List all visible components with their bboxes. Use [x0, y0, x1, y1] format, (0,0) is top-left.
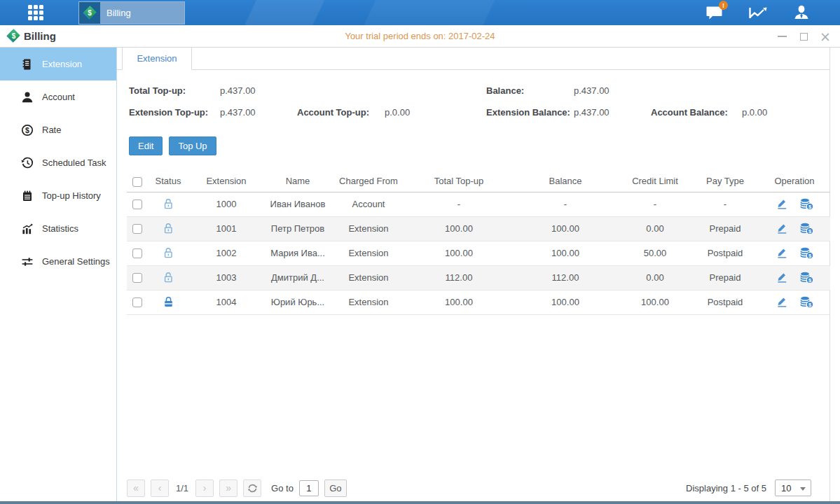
total-topup-value: p.437.00 [220, 85, 256, 96]
column-header-credit-limit: Credit Limit [619, 171, 691, 192]
pay-type-cell: Postpaid [691, 290, 759, 314]
row-checkbox[interactable] [132, 273, 142, 283]
column-header-extension: Extension [188, 171, 264, 192]
extension-topup-label: Extension Top-up: [129, 107, 208, 118]
column-header-status: Status [148, 171, 188, 192]
balance-cell: 100.00 [512, 216, 619, 241]
window-bottom-edge [0, 501, 840, 504]
sidebar-item-rate[interactable]: $ Rate [0, 113, 116, 146]
pay-type-cell: - [691, 192, 759, 216]
column-header-name: Name [264, 171, 331, 192]
topbar: $ Billing ! [0, 0, 840, 25]
edit-row-icon[interactable] [776, 198, 788, 210]
refresh-icon[interactable] [243, 479, 261, 497]
sidebar-item-statistics[interactable]: Statistics [0, 212, 116, 245]
billing-app-window: $ Billing ! $ Billing Your trial period … [0, 0, 840, 504]
credit-limit-cell: - [619, 192, 691, 216]
next-page-button[interactable]: › [195, 479, 214, 497]
action-buttons: Edit Top Up [129, 136, 829, 155]
topup-row-icon[interactable]: $ [799, 246, 814, 260]
extension-balance-value: p.437.00 [574, 107, 610, 118]
notifications-icon[interactable]: ! [704, 2, 725, 23]
app-launcher-icon[interactable] [28, 5, 45, 20]
notification-badge: ! [719, 1, 728, 10]
clock-history-icon [21, 157, 34, 169]
charged-from-cell: Extension [331, 216, 406, 241]
sidebar-item-general-settings[interactable]: General Settings [0, 245, 116, 278]
person-icon [21, 91, 34, 104]
sidebar-item-extension[interactable]: Extension [0, 48, 116, 80]
edit-row-icon[interactable] [776, 247, 788, 259]
account-balance-value: p.0.00 [742, 107, 767, 118]
right-gutter [830, 48, 840, 501]
first-page-button[interactable]: « [127, 479, 145, 497]
table-row: 1004Юрий Юрь...Extension100.00100.00100.… [127, 290, 830, 314]
page-indicator: 1/1 [176, 483, 188, 493]
sidebar-item-label: Statistics [42, 223, 78, 234]
previous-page-button[interactable]: ‹ [151, 479, 169, 497]
extension-table: Status Extension Name Charged From Total… [127, 171, 830, 315]
page-title: Billing [24, 30, 56, 42]
unlock-icon [148, 265, 188, 290]
pagination-bar: « ‹ 1/1 › » Go to Go Displaying 1 - 5 of… [127, 479, 829, 497]
name-cell: Юрий Юрь... [264, 290, 331, 314]
ledger-icon [21, 58, 34, 71]
edit-row-icon[interactable] [776, 223, 788, 234]
billing-title-icon: $ [8, 31, 19, 41]
billing-app-icon: $ [79, 2, 100, 24]
window-controls: × [777, 25, 830, 48]
name-cell: Иван Иванов [264, 192, 331, 216]
sidebar-item-label: Rate [42, 125, 61, 135]
charged-from-cell: Extension [331, 290, 406, 314]
tab-extension[interactable]: Extension [122, 48, 192, 70]
sidebar-item-topup-history[interactable]: Top-up History [0, 179, 116, 212]
close-icon[interactable]: × [820, 31, 830, 41]
sidebar-item-label: Extension [42, 59, 82, 69]
sidebar-item-account[interactable]: Account [0, 80, 116, 113]
charged-from-cell: Account [331, 192, 406, 216]
credit-limit-cell: 0.00 [619, 216, 691, 241]
edit-row-icon[interactable] [776, 272, 788, 284]
sidebar-item-label: General Settings [42, 256, 110, 267]
extension-topup-value: p.437.00 [220, 107, 256, 118]
balance-cell: 100.00 [512, 241, 619, 265]
page-size-select[interactable]: 10 [775, 479, 811, 496]
goto-label: Go to [271, 483, 294, 493]
topup-row-icon[interactable]: $ [799, 222, 814, 235]
top-up-button[interactable]: Top Up [169, 136, 216, 155]
topup-row-icon[interactable]: $ [799, 271, 814, 284]
sidebar-item-label: Account [42, 92, 75, 102]
trial-notice: Your trial period ends on: 2017-02-24 [0, 31, 840, 41]
taskbar-tab-billing[interactable]: $ Billing [78, 1, 185, 24]
pay-type-cell: Prepaid [691, 216, 759, 241]
credit-limit-cell: 100.00 [619, 290, 691, 314]
statistics-chart-icon[interactable] [748, 2, 769, 23]
column-header-charged-from: Charged From [331, 171, 406, 192]
topup-row-icon[interactable]: $ [799, 197, 814, 211]
extension-balance-label: Extension Balance: [486, 107, 570, 118]
goto-page-input[interactable] [299, 480, 319, 496]
balance-label: Balance: [486, 85, 524, 96]
account-balance-label: Account Balance: [651, 107, 728, 118]
minimize-icon[interactable] [777, 31, 787, 41]
page-size-value: 10 [781, 483, 791, 493]
row-checkbox[interactable] [132, 248, 142, 258]
row-checkbox[interactable] [132, 298, 142, 307]
sidebar-item-scheduled-task[interactable]: Scheduled Task [0, 146, 116, 179]
account-topup-label: Account Top-up: [297, 107, 369, 118]
select-all-checkbox[interactable] [132, 177, 142, 187]
go-button[interactable]: Go [324, 479, 347, 497]
name-cell: Петр Петров [264, 216, 331, 241]
total-topup-cell: 100.00 [406, 241, 512, 265]
topup-row-icon[interactable]: $ [799, 295, 814, 309]
table-row: 1000Иван ИвановAccount----$ [127, 192, 830, 216]
edit-row-icon[interactable] [776, 296, 788, 308]
last-page-button[interactable]: » [219, 479, 237, 497]
row-checkbox[interactable] [132, 200, 142, 209]
tab-strip: Extension [117, 48, 829, 70]
row-checkbox[interactable] [132, 224, 142, 234]
extension-cell: 1001 [188, 216, 264, 241]
user-account-icon[interactable] [791, 2, 812, 23]
maximize-icon[interactable] [799, 31, 808, 41]
edit-button[interactable]: Edit [129, 136, 163, 155]
